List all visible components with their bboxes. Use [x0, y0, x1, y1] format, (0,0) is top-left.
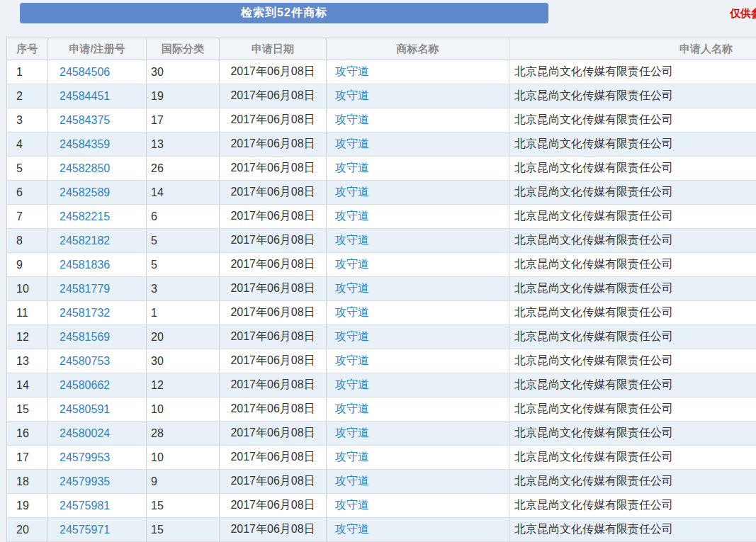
- cell-trademark-name: 攻守道: [327, 60, 509, 84]
- reg-no-link[interactable]: 24582182: [60, 235, 110, 247]
- cell-date: 2017年06月08日: [220, 373, 327, 397]
- trademark-name-link[interactable]: 攻守道: [335, 451, 369, 463]
- table-row: 1624580024282017年06月08日攻守道北京昆尚文化传媒有限责任公司: [7, 422, 756, 446]
- reg-no-link[interactable]: 24584359: [60, 138, 110, 150]
- cell-trademark-name: 攻守道: [327, 349, 509, 373]
- cell-reg-no: 24579935: [48, 470, 147, 494]
- cell-index: 18: [7, 470, 48, 494]
- reg-no-link[interactable]: 24575971: [60, 524, 110, 536]
- trademark-name-link[interactable]: 攻守道: [335, 523, 369, 535]
- trademark-name-link[interactable]: 攻守道: [335, 137, 369, 149]
- reg-no-link[interactable]: 24581569: [60, 331, 110, 343]
- table-row: 112458173212017年06月08日攻守道北京昆尚文化传媒有限责任公司: [7, 301, 756, 325]
- trademark-name-link[interactable]: 攻守道: [335, 378, 369, 390]
- cell-reg-no: 24581836: [48, 253, 147, 277]
- reg-no-link[interactable]: 24584506: [60, 66, 110, 78]
- reg-no-link[interactable]: 24584451: [60, 90, 110, 102]
- reg-no-link[interactable]: 24584375: [60, 114, 110, 126]
- reg-no-link[interactable]: 24580591: [60, 403, 110, 415]
- cell-trademark-name: 攻守道: [327, 373, 509, 397]
- table-row: 1224581569202017年06月08日攻守道北京昆尚文化传媒有限责任公司: [7, 325, 756, 349]
- reg-no-link[interactable]: 24582850: [60, 162, 110, 174]
- cell-index: 2: [7, 84, 48, 108]
- cell-trademark-name: 攻守道: [327, 446, 509, 470]
- trademark-name-link[interactable]: 攻守道: [335, 306, 369, 318]
- cell-reg-no: 24581732: [48, 301, 147, 325]
- cell-intl-class: 5: [147, 253, 220, 277]
- cell-reg-no: 24584375: [48, 108, 147, 132]
- cell-date: 2017年06月08日: [220, 181, 327, 205]
- reg-no-link[interactable]: 24580662: [60, 379, 110, 391]
- cell-intl-class: 1: [147, 301, 220, 325]
- reg-no-link[interactable]: 24579953: [60, 451, 110, 463]
- cell-date: 2017年06月08日: [220, 518, 327, 542]
- cell-date: 2017年06月08日: [220, 397, 327, 422]
- cell-intl-class: 15: [147, 518, 220, 542]
- trademark-name-link[interactable]: 攻守道: [335, 234, 369, 246]
- trademark-name-link[interactable]: 攻守道: [335, 402, 369, 414]
- table-row: 72458221562017年06月08日攻守道北京昆尚文化传媒有限责任公司: [7, 205, 756, 229]
- table-row: 324584375172017年06月08日攻守道北京昆尚文化传媒有限责任公司: [7, 108, 756, 132]
- reg-no-link[interactable]: 24581732: [60, 307, 110, 319]
- cell-date: 2017年06月08日: [220, 349, 327, 373]
- cell-applicant: 北京昆尚文化传媒有限责任公司: [509, 325, 756, 349]
- cell-intl-class: 19: [147, 84, 220, 108]
- col-header-name: 商标名称: [327, 38, 509, 60]
- cell-intl-class: 28: [147, 422, 220, 446]
- cell-trademark-name: 攻守道: [327, 518, 509, 542]
- cell-index: 20: [7, 518, 48, 542]
- reg-no-link[interactable]: 24575981: [60, 499, 110, 512]
- trademark-name-link[interactable]: 攻守道: [335, 113, 369, 125]
- col-header-reg-no: 申请/注册号: [48, 38, 147, 60]
- trademark-name-link[interactable]: 攻守道: [335, 499, 369, 511]
- cell-date: 2017年06月08日: [220, 253, 327, 277]
- trademark-name-link[interactable]: 攻守道: [335, 258, 369, 270]
- cell-index: 16: [7, 422, 48, 446]
- table-header-row: 序号 申请/注册号 国际分类 申请日期 商标名称 申请人名称: [7, 38, 756, 60]
- reg-no-link[interactable]: 24582589: [60, 186, 110, 198]
- cell-index: 17: [7, 446, 48, 470]
- reg-no-link[interactable]: 24582215: [60, 210, 110, 222]
- result-count-banner: 检索到52件商标: [20, 3, 548, 23]
- cell-date: 2017年06月08日: [220, 229, 327, 253]
- trademark-name-link[interactable]: 攻守道: [335, 65, 369, 77]
- table-row: 1524580591102017年06月08日攻守道北京昆尚文化传媒有限责任公司: [7, 397, 756, 422]
- cell-applicant: 北京昆尚文化传媒有限责任公司: [509, 132, 756, 157]
- trademark-name-link[interactable]: 攻守道: [335, 427, 369, 439]
- cell-intl-class: 12: [147, 373, 220, 397]
- cell-applicant: 北京昆尚文化传媒有限责任公司: [509, 301, 756, 325]
- cell-trademark-name: 攻守道: [327, 108, 509, 132]
- reg-no-link[interactable]: 24579935: [60, 475, 110, 487]
- reg-no-link[interactable]: 24581779: [60, 283, 110, 295]
- cell-intl-class: 20: [147, 325, 220, 349]
- cell-applicant: 北京昆尚文化传媒有限责任公司: [509, 518, 756, 542]
- cell-date: 2017年06月08日: [220, 277, 327, 301]
- trademark-name-link[interactable]: 攻守道: [335, 354, 369, 366]
- cell-date: 2017年06月08日: [220, 60, 327, 84]
- cell-reg-no: 24584506: [48, 60, 147, 84]
- table-row: 624582589142017年06月08日攻守道北京昆尚文化传媒有限责任公司: [7, 181, 756, 205]
- cell-date: 2017年06月08日: [220, 84, 327, 108]
- col-header-applicant: 申请人名称: [509, 38, 756, 60]
- table-row: 1724579953102017年06月08日攻守道北京昆尚文化传媒有限责任公司: [7, 446, 756, 470]
- cell-trademark-name: 攻守道: [327, 181, 509, 205]
- trademark-name-link[interactable]: 攻守道: [335, 162, 369, 174]
- trademark-name-link[interactable]: 攻守道: [335, 475, 369, 487]
- trademark-name-link[interactable]: 攻守道: [335, 330, 369, 342]
- trademark-name-link[interactable]: 攻守道: [335, 186, 369, 198]
- cell-applicant: 北京昆尚文化传媒有限责任公司: [509, 108, 756, 132]
- cell-date: 2017年06月08日: [220, 108, 327, 132]
- reg-no-link[interactable]: 24581836: [60, 259, 110, 271]
- reg-no-link[interactable]: 24580024: [60, 427, 110, 439]
- trademark-name-link[interactable]: 攻守道: [335, 210, 369, 222]
- cell-trademark-name: 攻守道: [327, 301, 509, 325]
- cell-trademark-name: 攻守道: [327, 84, 509, 108]
- reg-no-link[interactable]: 24580753: [60, 355, 110, 367]
- cell-intl-class: 17: [147, 108, 220, 132]
- col-header-date: 申请日期: [220, 38, 327, 60]
- cell-intl-class: 30: [147, 60, 220, 84]
- cell-index: 1: [7, 60, 48, 84]
- trademark-name-link[interactable]: 攻守道: [335, 282, 369, 294]
- cell-intl-class: 3: [147, 277, 220, 301]
- trademark-name-link[interactable]: 攻守道: [335, 89, 369, 101]
